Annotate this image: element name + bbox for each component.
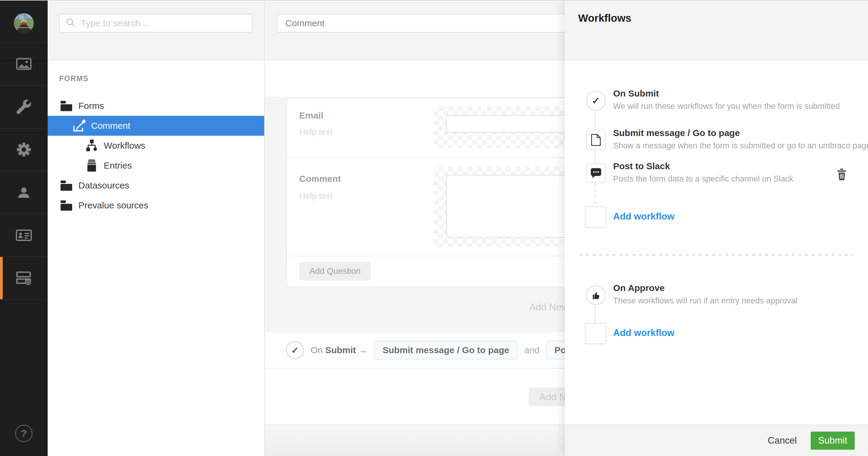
forms-icon — [16, 271, 32, 285]
tree-item-comment[interactable]: Comment — [48, 116, 264, 136]
tree-sidebar: FORMS Forms — [48, 0, 265, 456]
check-glyph: ✓ — [291, 345, 299, 356]
trash-icon — [837, 168, 847, 182]
workflows-overlay: Workflows ✓ On Submit We will run these … — [565, 0, 868, 456]
overlay-header: Workflows — [565, 0, 868, 60]
chat-bubble-icon — [586, 163, 606, 183]
add-question-button[interactable]: Add Question — [299, 262, 371, 280]
section-users[interactable] — [0, 171, 48, 214]
arrow-right-icon: → — [358, 345, 367, 355]
on-submit-text: On Submit → — [311, 345, 367, 355]
add-workflow-dropzone[interactable] — [585, 206, 607, 228]
section-content[interactable] — [0, 0, 48, 43]
connector-line-dashed — [595, 183, 596, 206]
field-label: Comment — [299, 174, 341, 184]
connector-line — [595, 150, 596, 163]
settings-gear-icon — [16, 142, 31, 157]
check-circle-icon: ✓ — [286, 341, 304, 359]
tree-item-datasources[interactable]: Datasources — [48, 176, 264, 195]
overlay-footer: Cancel Submit — [565, 425, 868, 456]
member-card-icon — [16, 229, 32, 242]
overlay-title: Workflows — [578, 12, 631, 24]
add-workflow-dropzone[interactable] — [585, 323, 607, 344]
workflow-group-title: On Submit — [613, 88, 659, 99]
on-submit-circle-icon: ✓ — [586, 91, 606, 111]
tree-item-label: Workflows — [104, 141, 145, 151]
tree-item-forms[interactable]: Forms — [48, 96, 264, 116]
search-icon — [66, 18, 75, 29]
tree-item-prevalue-sources[interactable]: Prevalue sources — [48, 195, 264, 215]
form-designer: Comment Email Help text Comment Help tex… — [265, 0, 565, 456]
add-workflow-link[interactable]: Add workflow — [613, 211, 674, 222]
search-box[interactable] — [59, 14, 252, 33]
workflow-group-description: These workflows will run if an entry nee… — [613, 296, 798, 305]
workflow-item-title[interactable]: Post to Slack — [613, 161, 670, 171]
tree-item-label: Datasources — [79, 180, 129, 191]
tree-item-entries[interactable]: Entries — [48, 156, 264, 176]
folder-icon — [59, 179, 73, 191]
field-label: Email — [299, 111, 323, 121]
entries-icon — [85, 159, 99, 172]
submit-button[interactable]: Submit — [811, 432, 855, 450]
add-new-button[interactable]: Add New — [529, 302, 568, 313]
workflow-item-description: Show a message when the form is submitte… — [613, 141, 868, 151]
conjunction-text: and — [524, 345, 539, 355]
thumbs-up-icon — [586, 285, 606, 305]
connector-line — [595, 111, 596, 130]
workflow-group-title: On Approve — [613, 283, 665, 293]
cancel-button[interactable]: Cancel — [768, 435, 797, 446]
field-help-text: Help text — [299, 191, 333, 201]
umbraco-backoffice: ? FORMS Forms — [0, 0, 868, 456]
search-input[interactable] — [80, 18, 238, 29]
folder-icon — [59, 100, 73, 112]
section-members[interactable] — [0, 214, 48, 257]
app-section-bar: ? — [0, 0, 48, 456]
help-button[interactable]: ? — [15, 425, 33, 442]
window-top-edge — [0, 0, 868, 1]
tree-section-label: FORMS — [59, 74, 89, 83]
connector-line — [595, 305, 596, 323]
tree-item-label: Prevalue sources — [79, 200, 148, 211]
sitemap-icon — [85, 139, 99, 152]
section-settings[interactable] — [0, 128, 48, 171]
workflow-item-description: Posts the form data to a specific channe… — [613, 174, 793, 184]
section-developer[interactable] — [0, 86, 48, 128]
users-icon — [17, 186, 31, 199]
field-help-text: Help text — [299, 127, 333, 137]
check-glyph: ✓ — [592, 95, 600, 107]
tree-item-label: Entries — [104, 160, 132, 171]
wrench-icon — [17, 99, 31, 114]
tree-item-workflows[interactable]: Workflows — [48, 136, 264, 156]
form-name-input[interactable]: Comment — [277, 14, 591, 33]
tree-item-label: Comment — [91, 121, 130, 131]
folder-icon — [59, 199, 73, 211]
media-icon — [16, 58, 32, 70]
designer-footer-bar — [265, 425, 565, 456]
delete-workflow-button[interactable] — [836, 168, 848, 182]
section-media[interactable] — [0, 43, 48, 86]
workflow-chip-submit-message[interactable]: Submit message / Go to page — [374, 341, 518, 360]
section-forms[interactable] — [0, 257, 48, 300]
add-workflow-link[interactable]: Add workflow — [613, 328, 674, 338]
document-icon — [586, 130, 606, 150]
workflow-item-title[interactable]: Submit message / Go to page — [613, 128, 740, 138]
workflow-group-description: We will run these workflows for you when… — [613, 102, 840, 111]
content-tree: Forms Comment — [48, 96, 264, 215]
document-icon — [17, 13, 30, 29]
help-question-glyph: ? — [21, 428, 27, 439]
active-section-indicator — [0, 257, 3, 299]
edit-icon — [72, 119, 86, 132]
tree-item-label: Forms — [79, 101, 104, 111]
sidebar-header — [48, 0, 264, 60]
section-divider — [579, 254, 853, 256]
